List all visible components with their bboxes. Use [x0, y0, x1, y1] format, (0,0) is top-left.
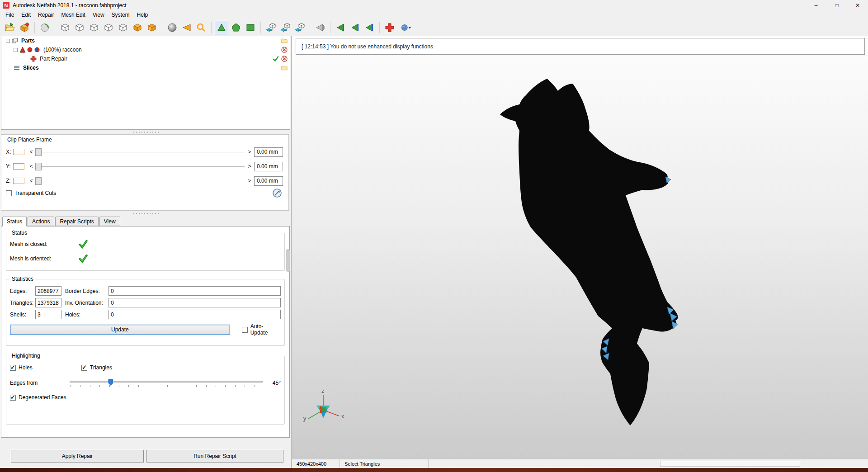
clip-x-toggle[interactable]	[13, 149, 24, 155]
panel-scrollbar-thumb[interactable]	[286, 249, 290, 272]
status-bar: 450x420x400 Select Triangles	[292, 459, 868, 468]
repair-part-button[interactable]	[383, 21, 396, 34]
open-project-button[interactable]	[3, 21, 17, 34]
part-repair-icon	[30, 56, 37, 62]
viewport-3d[interactable]: z y x [ 12:14:53 ] You do not use enhanc…	[292, 36, 868, 459]
auto-update-checkbox[interactable]	[242, 327, 248, 333]
transparent-cuts-label: Transparent Cuts	[14, 190, 56, 196]
orient-cube-1-button[interactable]	[264, 21, 278, 34]
view-left-button[interactable]	[87, 21, 101, 34]
clip-x-slider-track[interactable]	[42, 152, 245, 152]
cancel-repair-icon[interactable]	[281, 56, 288, 62]
run-repair-script-button[interactable]: Run Repair Script	[146, 450, 283, 463]
slider-track[interactable]	[70, 381, 263, 382]
splitter-handle[interactable]	[1, 211, 290, 216]
collapse-icon[interactable]	[6, 39, 10, 43]
view-right-button[interactable]	[102, 21, 115, 34]
tab-actions[interactable]: Actions	[28, 217, 54, 226]
menu-edit[interactable]: Edit	[18, 11, 34, 19]
clip-y-decrement[interactable]: <	[28, 163, 34, 170]
apply-repair-button[interactable]: Apply Repair	[11, 450, 144, 463]
clip-y-slider-track[interactable]	[42, 166, 245, 167]
clip-x-slider-thumb[interactable]	[35, 148, 42, 156]
clip-y-value-input[interactable]	[254, 162, 283, 171]
parts-folder-icon[interactable]	[281, 38, 288, 44]
flip-selection-button[interactable]	[313, 21, 327, 34]
prev-view-2-button[interactable]	[348, 21, 362, 34]
menu-mesh-edit[interactable]: Mesh Edit	[57, 11, 89, 19]
view-iso-button[interactable]	[131, 21, 144, 34]
clip-z-slider-thumb[interactable]	[35, 177, 42, 185]
select-shells-button[interactable]	[229, 21, 243, 34]
triangles-input[interactable]	[35, 298, 61, 307]
collapse-icon[interactable]	[14, 48, 18, 52]
select-triangles-button[interactable]	[215, 21, 228, 34]
clip-x-value-input[interactable]	[254, 147, 283, 157]
holes-checkbox[interactable]	[10, 365, 16, 371]
clip-z-slider-track[interactable]	[42, 181, 245, 181]
mesh-oriented-label: Mesh is oriented:	[10, 255, 79, 262]
tab-status[interactable]: Status	[2, 217, 27, 227]
tree-row-parts[interactable]: Parts	[1, 36, 290, 45]
tree-row-raccoon[interactable]: (100%) raccoon	[1, 45, 290, 54]
splitter-handle[interactable]	[1, 130, 290, 134]
slices-folder-icon[interactable]	[281, 65, 288, 71]
menu-view[interactable]: View	[89, 11, 108, 19]
view-front-button[interactable]	[58, 21, 72, 34]
edges-input[interactable]	[35, 286, 61, 296]
transparent-cuts-checkbox[interactable]	[6, 190, 12, 196]
view-bottom-button[interactable]	[145, 21, 159, 34]
shells-input[interactable]	[35, 310, 61, 319]
orient-cube-3-button[interactable]	[293, 21, 307, 34]
clip-y-increment[interactable]: >	[247, 163, 252, 170]
maximize-button[interactable]: □	[826, 0, 847, 10]
auto-update-label: Auto-Update	[250, 323, 281, 336]
clip-y-slider-thumb[interactable]	[35, 163, 42, 170]
minimize-button[interactable]: –	[806, 0, 826, 10]
part-status-duo-icon	[34, 47, 40, 53]
close-button[interactable]: ✕	[847, 0, 868, 10]
reset-clip-planes-icon[interactable]	[272, 188, 282, 198]
rotate-view-icon	[39, 22, 50, 33]
triangles-checkbox[interactable]	[81, 365, 87, 371]
display-mode-button[interactable]	[397, 21, 415, 34]
shaded-view-button[interactable]	[165, 21, 179, 34]
apply-repair-check-icon[interactable]	[273, 56, 279, 62]
remove-part-icon[interactable]	[281, 47, 288, 53]
highlighting-groupbox: Highlighting Holes Triangles Edges from	[6, 356, 285, 425]
clip-axis-label: Y:	[6, 163, 13, 170]
menu-repair[interactable]: Repair	[34, 11, 57, 19]
menu-file[interactable]: File	[2, 11, 18, 19]
clip-x-decrement[interactable]: <	[28, 149, 34, 155]
select-surfaces-button[interactable]	[244, 21, 257, 34]
raccoon-model[interactable]	[500, 79, 678, 425]
clip-z-value-input[interactable]	[254, 176, 283, 186]
view-top-button[interactable]	[116, 21, 130, 34]
clip-z-toggle[interactable]	[13, 178, 24, 184]
orient-cube-2-button[interactable]	[278, 21, 292, 34]
clip-z-increment[interactable]: >	[247, 178, 252, 184]
prev-view-3-button[interactable]	[363, 21, 376, 34]
zoom-button[interactable]	[194, 21, 208, 34]
menu-help[interactable]: Help	[133, 11, 152, 19]
rotate-view-button[interactable]	[38, 21, 52, 34]
holes-input[interactable]	[108, 310, 281, 319]
clip-y-toggle[interactable]	[13, 163, 24, 170]
clip-x-increment[interactable]: >	[247, 149, 252, 155]
menu-system[interactable]: System	[108, 11, 133, 19]
degenerated-faces-checkbox[interactable]	[10, 395, 16, 401]
slices-label: Slices	[23, 65, 39, 71]
tree-row-slices[interactable]: Slices	[1, 63, 290, 72]
clip-z-decrement[interactable]: <	[28, 178, 34, 184]
cone-view-button[interactable]	[180, 21, 193, 34]
prev-view-1-button[interactable]	[334, 21, 347, 34]
update-button[interactable]: Update	[10, 325, 230, 335]
tree-row-part-repair[interactable]: Part Repair	[1, 54, 290, 63]
edges-angle-slider[interactable]	[70, 378, 263, 388]
view-back-button[interactable]	[73, 21, 86, 34]
add-part-button[interactable]	[18, 21, 31, 34]
tab-view[interactable]: View	[99, 217, 120, 226]
tab-repair-scripts[interactable]: Repair Scripts	[55, 217, 98, 226]
inv-orientation-input[interactable]	[108, 298, 281, 307]
border-edges-input[interactable]	[108, 286, 281, 296]
